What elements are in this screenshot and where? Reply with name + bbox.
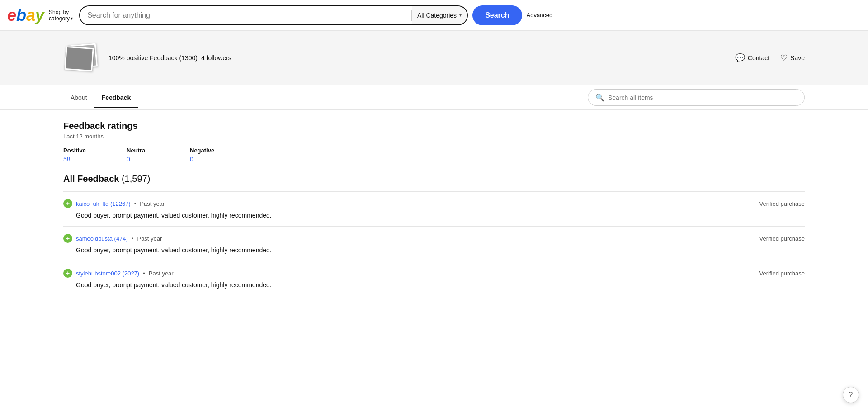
negative-label: Negative — [190, 147, 253, 154]
feedback-item: + kaico_uk_ltd (12267) • Past year Verif… — [63, 191, 805, 226]
neutral-count[interactable]: 0 — [127, 156, 130, 163]
items-search-input[interactable] — [608, 94, 797, 101]
time-ago: Past year — [149, 270, 174, 277]
photo-front — [64, 46, 94, 71]
all-feedback-title: All Feedback (1,597) — [63, 174, 805, 184]
feedback-score-link[interactable]: 100% positive Feedback (1300) — [108, 54, 198, 62]
positive-icon: + — [63, 269, 72, 278]
category-chevron-icon: ▾ — [459, 13, 462, 18]
header: e b a y Shop by category ▾ All Categorie… — [0, 0, 868, 31]
shop-by-label: Shop by — [49, 9, 73, 15]
feedback-user-info: + stylehubstore002 (2027) • Past year — [63, 269, 174, 278]
verified-badge: Verified purchase — [760, 270, 805, 277]
dot-separator: • — [143, 270, 145, 277]
logo-a: a — [26, 6, 35, 25]
save-label: Save — [790, 54, 805, 62]
advanced-link[interactable]: Advanced — [527, 12, 553, 19]
feedback-text: Good buyer, prompt payment, valued custo… — [76, 212, 805, 219]
time-ago: Past year — [137, 235, 162, 242]
ratings-grid: Positive 58 Neutral 0 Negative 0 — [63, 147, 805, 163]
search-bar: All Categories ▾ — [79, 5, 468, 25]
dot-separator: • — [132, 235, 134, 242]
search-input[interactable] — [80, 6, 411, 24]
positive-icon: + — [63, 199, 72, 208]
profile-stats: 100% positive Feedback (1300) 4 follower… — [108, 54, 726, 62]
contact-icon: 💬 — [735, 53, 745, 63]
verified-badge: Verified purchase — [760, 200, 805, 207]
chevron-down-icon: ▾ — [71, 16, 73, 21]
negative-rating: Negative 0 — [190, 147, 253, 163]
positive-label: Positive — [63, 147, 127, 154]
logo-e: e — [7, 6, 16, 25]
feedback-list: + kaico_uk_ltd (12267) • Past year Verif… — [63, 191, 805, 296]
main-content: Feedback ratings Last 12 months Positive… — [0, 110, 868, 307]
profile-info: 100% positive Feedback (1300) 4 follower… — [108, 54, 726, 62]
followers-text: 4 followers — [201, 54, 231, 62]
feedback-text: Good buyer, prompt payment, valued custo… — [76, 246, 805, 254]
profile-banner: 100% positive Feedback (1300) 4 follower… — [0, 31, 868, 85]
category-selector[interactable]: All Categories ▾ — [412, 6, 467, 24]
neutral-rating: Neutral 0 — [127, 147, 190, 163]
time-ago: Past year — [140, 200, 165, 207]
feedback-user-info: + sameoldbusta (474) • Past year — [63, 234, 162, 243]
user-link[interactable]: stylehubstore002 (2027) — [76, 270, 139, 277]
positive-count[interactable]: 58 — [63, 156, 71, 163]
ebay-logo[interactable]: e b a y — [7, 6, 44, 25]
all-feedback-count: (1,597) — [122, 174, 150, 184]
logo-y: y — [35, 6, 44, 25]
contact-button[interactable]: 💬 Contact — [735, 53, 769, 63]
items-search-bar: 🔍 — [588, 89, 805, 106]
profile-actions: 💬 Contact ♡ Save — [735, 53, 805, 63]
contact-label: Contact — [748, 54, 769, 62]
shop-by-category[interactable]: Shop by category ▾ — [49, 9, 73, 22]
positive-icon: + — [63, 234, 72, 243]
save-button[interactable]: ♡ Save — [780, 53, 805, 63]
feedback-text: Good buyer, prompt payment, valued custo… — [76, 281, 805, 289]
feedback-ratings-title: Feedback ratings — [63, 121, 805, 131]
logo-b: b — [16, 6, 26, 25]
search-icon: 🔍 — [595, 93, 604, 102]
tab-about[interactable]: About — [63, 87, 94, 108]
neutral-label: Neutral — [127, 147, 190, 154]
feedback-user-info: + kaico_uk_ltd (12267) • Past year — [63, 199, 165, 208]
negative-count[interactable]: 0 — [190, 156, 193, 163]
tabs-row: About Feedback 🔍 — [0, 85, 868, 110]
user-link[interactable]: kaico_uk_ltd (12267) — [76, 200, 131, 207]
category-label: category — [49, 15, 70, 22]
dot-separator: • — [134, 200, 137, 207]
feedback-item: + stylehubstore002 (2027) • Past year Ve… — [63, 261, 805, 296]
all-feedback-label: All Feedback — [63, 174, 119, 184]
verified-badge: Verified purchase — [760, 235, 805, 242]
category-value: All Categories — [417, 12, 457, 19]
avatar — [63, 40, 99, 76]
feedback-item: + sameoldbusta (474) • Past year Verifie… — [63, 226, 805, 261]
user-link[interactable]: sameoldbusta (474) — [76, 235, 128, 242]
feedback-item-header: + sameoldbusta (474) • Past year Verifie… — [63, 234, 805, 243]
search-button[interactable]: Search — [472, 5, 522, 25]
heart-icon: ♡ — [780, 53, 788, 63]
positive-rating: Positive 58 — [63, 147, 127, 163]
feedback-item-header: + kaico_uk_ltd (12267) • Past year Verif… — [63, 199, 805, 208]
feedback-item-header: + stylehubstore002 (2027) • Past year Ve… — [63, 269, 805, 278]
last-12-months: Last 12 months — [63, 133, 805, 140]
tab-feedback[interactable]: Feedback — [94, 87, 138, 108]
